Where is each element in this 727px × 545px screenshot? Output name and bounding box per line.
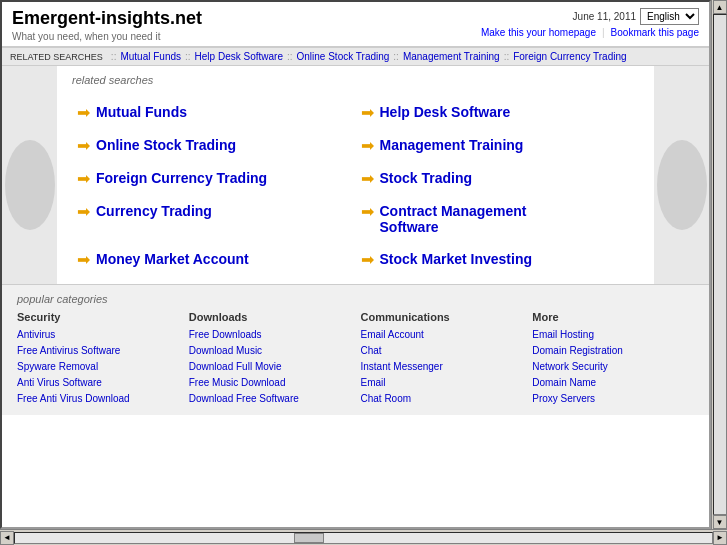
list-item: Domain Registration [532,343,694,357]
link-antivirus-software[interactable]: Anti Virus Software [17,377,102,388]
vertical-scrollbar[interactable]: ▲ ▼ [711,0,727,529]
result-link-mgmt-training[interactable]: Management Training [380,137,524,153]
category-list-communications: Email Account Chat Instant Messenger Ema… [361,327,523,405]
list-item: Email Account [361,327,523,341]
arrow-icon: ➡ [77,171,90,187]
header-top-row: June 11, 2011 English [481,8,699,25]
list-item: Instant Messenger [361,359,523,373]
arrow-icon: ➡ [361,105,374,121]
category-heading-downloads: Downloads [189,311,351,323]
list-item: Antivirus [17,327,179,341]
horizontal-scrollbar[interactable]: ◄ ► [0,529,727,545]
result-link-stock-trading[interactable]: Stock Trading [380,170,473,186]
list-item: Download Music [189,343,351,357]
right-decoration [654,66,709,284]
result-link-contract-mgmt[interactable]: Contract ManagementSoftware [380,203,527,235]
scroll-down-button[interactable]: ▼ [713,515,727,529]
link-proxy-servers[interactable]: Proxy Servers [532,393,595,404]
link-chat-room[interactable]: Chat Room [361,393,412,404]
scroll-right-button[interactable]: ► [713,531,727,545]
category-col-security: Security Antivirus Free Antivirus Softwa… [17,311,179,407]
list-item: ➡ Money Market Account [72,243,356,276]
link-domain-reg[interactable]: Domain Registration [532,345,623,356]
category-heading-more: More [532,311,694,323]
link-email[interactable]: Email [361,377,386,388]
list-item: Chat Room [361,391,523,405]
arrow-icon: ➡ [77,204,90,220]
category-col-downloads: Downloads Free Downloads Download Music … [189,311,351,407]
h-scroll-thumb[interactable] [294,533,324,543]
result-link-foreign-currency[interactable]: Foreign Currency Trading [96,170,267,186]
site-brand: Emergent-insights.net What you need, whe… [12,8,202,42]
link-instant-messenger[interactable]: Instant Messenger [361,361,443,372]
link-download-software[interactable]: Download Free Software [189,393,299,404]
list-item: ➡ Contract ManagementSoftware [356,195,640,243]
list-item: ➡ Currency Trading [72,195,356,243]
link-separator: | [602,27,605,38]
link-free-antivirus[interactable]: Free Antivirus Software [17,345,120,356]
result-link-currency-trading[interactable]: Currency Trading [96,203,212,219]
link-antivirus[interactable]: Antivirus [17,329,55,340]
link-download-music[interactable]: Download Music [189,345,262,356]
list-item: Free Music Download [189,375,351,389]
categories-grid: Security Antivirus Free Antivirus Softwa… [17,311,694,407]
list-item: Email [361,375,523,389]
scroll-up-button[interactable]: ▲ [713,0,727,14]
language-select[interactable]: English [640,8,699,25]
category-col-communications: Communications Email Account Chat Instan… [361,311,523,407]
category-list-downloads: Free Downloads Download Music Download F… [189,327,351,405]
arrow-icon: ➡ [361,171,374,187]
result-link-online-stock[interactable]: Online Stock Trading [96,137,236,153]
result-link-mutual-funds[interactable]: Mutual Funds [96,104,187,120]
list-item: Spyware Removal [17,359,179,373]
link-download-movie[interactable]: Download Full Movie [189,361,282,372]
arrow-icon: ➡ [361,252,374,268]
browser-window: Emergent-insights.net What you need, whe… [0,0,727,545]
list-item: ➡ Online Stock Trading [72,129,356,162]
list-item: Chat [361,343,523,357]
result-link-money-market[interactable]: Money Market Account [96,251,249,267]
related-searches-heading: related searches [72,74,639,86]
homepage-link[interactable]: Make this your homepage [481,27,596,38]
link-email-hosting[interactable]: Email Hosting [532,329,594,340]
list-item: ➡ Help Desk Software [356,96,640,129]
list-item: Anti Virus Software [17,375,179,389]
site-title: Emergent-insights.net [12,8,202,29]
results-grid: ➡ Mutual Funds ➡ Help Desk Software ➡ On… [72,96,639,276]
category-list-security: Antivirus Free Antivirus Software Spywar… [17,327,179,405]
h-scroll-track[interactable] [14,532,713,544]
result-link-stock-market-investing[interactable]: Stock Market Investing [380,251,533,267]
scroll-left-button[interactable]: ◄ [0,531,14,545]
link-free-downloads[interactable]: Free Downloads [189,329,262,340]
scroll-track[interactable] [713,14,727,515]
list-item: Free Anti Virus Download [17,391,179,405]
header-right: June 11, 2011 English Make this your hom… [481,8,699,38]
link-email-account[interactable]: Email Account [361,329,424,340]
link-domain-name[interactable]: Domain Name [532,377,596,388]
related-bar-item-5[interactable]: Foreign Currency Trading [513,51,626,62]
link-network-security[interactable]: Network Security [532,361,608,372]
list-item: ➡ Stock Trading [356,162,640,195]
related-bar-item-3[interactable]: Online Stock Trading [297,51,390,62]
link-chat[interactable]: Chat [361,345,382,356]
related-bar-item-4[interactable]: Management Training [403,51,500,62]
bookmark-link[interactable]: Bookmark this page [611,27,699,38]
page-header: Emergent-insights.net What you need, whe… [2,2,709,47]
list-item: ➡ Mutual Funds [72,96,356,129]
list-item: Download Full Movie [189,359,351,373]
result-link-help-desk[interactable]: Help Desk Software [380,104,511,120]
list-item: Domain Name [532,375,694,389]
arrow-icon: ➡ [361,204,374,220]
list-item: Network Security [532,359,694,373]
date-display: June 11, 2011 [573,11,636,22]
page-content: Emergent-insights.net What you need, whe… [0,0,711,529]
related-bar-item-2[interactable]: Help Desk Software [195,51,283,62]
related-bar-item-1[interactable]: Mutual Funds [120,51,181,62]
link-free-music[interactable]: Free Music Download [189,377,286,388]
link-spyware[interactable]: Spyware Removal [17,361,98,372]
link-free-antivirus-download[interactable]: Free Anti Virus Download [17,393,130,404]
category-heading-security: Security [17,311,179,323]
list-item: Free Downloads [189,327,351,341]
right-circle [657,140,707,230]
list-item: Proxy Servers [532,391,694,405]
